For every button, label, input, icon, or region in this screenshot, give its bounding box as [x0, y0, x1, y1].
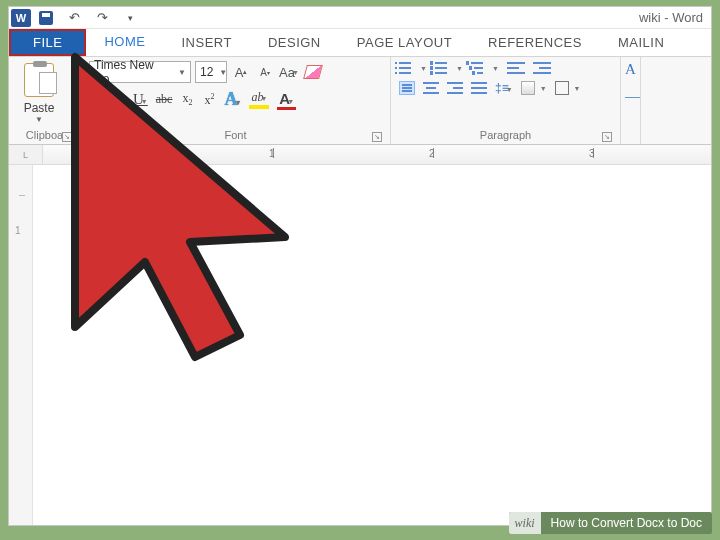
- borders-button[interactable]: [555, 81, 569, 95]
- tab-mailings[interactable]: MAILIN: [600, 29, 682, 56]
- title-bar: W ↶ ↷ ▾ wiki - Word: [9, 7, 711, 29]
- underline-button[interactable]: U▼: [133, 91, 148, 108]
- tab-page-layout[interactable]: PAGE LAYOUT: [339, 29, 470, 56]
- group-clipboard: Paste ▼ Clipboa↘: [9, 57, 81, 144]
- tab-file[interactable]: FILE: [9, 29, 86, 56]
- caption-brand: wiki: [509, 512, 541, 534]
- paste-button[interactable]: Paste ▼: [17, 61, 61, 124]
- vruler-mark: 1: [15, 225, 21, 236]
- ruler-mark: 3: [589, 148, 595, 159]
- indent-marker-icon[interactable]: [123, 147, 133, 154]
- tab-home[interactable]: HOME: [86, 29, 163, 56]
- strikethrough-button[interactable]: abc: [156, 92, 173, 107]
- group-label-font: Font↘: [89, 128, 382, 144]
- tab-design[interactable]: DESIGN: [250, 29, 339, 56]
- tab-selector[interactable]: L: [9, 145, 43, 164]
- word-app-icon: W: [11, 9, 31, 27]
- bold-button[interactable]: B: [89, 91, 103, 108]
- ribbon-tabs: FILE HOME INSERT DESIGN PAGE LAYOUT REFE…: [9, 29, 711, 57]
- dialog-launcher-icon[interactable]: ↘: [62, 132, 72, 142]
- clipboard-icon: [24, 63, 54, 97]
- window-title: wiki - Word: [639, 10, 703, 25]
- group-label-clipboard: Clipboa↘: [17, 128, 72, 144]
- ruler-mark: 2: [429, 148, 435, 159]
- horizontal-ruler[interactable]: L 1 2 3: [9, 145, 711, 165]
- caption-text: How to Convert Docx to Doc: [541, 516, 712, 530]
- chevron-down-icon: ▼: [178, 68, 186, 77]
- tab-references[interactable]: REFERENCES: [470, 29, 600, 56]
- redo-icon[interactable]: ↷: [93, 9, 111, 27]
- subscript-button[interactable]: x2: [180, 91, 194, 107]
- chevron-down-icon: ▼: [219, 68, 227, 77]
- eraser-icon: [303, 65, 323, 79]
- caption-bar: wiki How to Convert Docx to Doc: [509, 512, 712, 534]
- quick-access-toolbar: ↶ ↷ ▾: [37, 9, 139, 27]
- align-right-button[interactable]: [447, 81, 463, 95]
- font-color-button[interactable]: A▼: [277, 90, 296, 110]
- customize-qat-icon[interactable]: ▾: [121, 9, 139, 27]
- dialog-launcher-icon[interactable]: ↘: [372, 132, 382, 142]
- group-paragraph: ▼ ▼ ▼ A↓Z ‡≡▼ ▼ ▼ Paragraph↘: [391, 57, 621, 144]
- document-page[interactable]: [33, 165, 711, 525]
- font-size-combo[interactable]: 12▼: [195, 61, 227, 83]
- vertical-ruler[interactable]: 1: [9, 165, 33, 525]
- ribbon: Paste ▼ Clipboa↘ Times New Ro▼ 12▼ A▴ A▾…: [9, 57, 711, 145]
- multilevel-list-button[interactable]: [471, 61, 487, 75]
- paste-dropdown-icon[interactable]: ▼: [35, 115, 43, 124]
- bullets-button[interactable]: [399, 61, 415, 75]
- dialog-launcher-icon[interactable]: ↘: [602, 132, 612, 142]
- save-icon[interactable]: [37, 9, 55, 27]
- align-left-button[interactable]: [399, 81, 415, 95]
- superscript-button[interactable]: x2: [202, 92, 216, 108]
- align-center-button[interactable]: [423, 81, 439, 95]
- numbering-button[interactable]: [435, 61, 451, 75]
- line-spacing-button[interactable]: ‡≡▼: [495, 81, 513, 95]
- text-effects-button[interactable]: A▼: [224, 89, 241, 110]
- paste-label: Paste: [24, 101, 55, 115]
- increase-indent-button[interactable]: [533, 61, 551, 75]
- clear-formatting-button[interactable]: [303, 62, 323, 82]
- group-styles: A —: [621, 57, 641, 144]
- highlight-button[interactable]: ab▼: [249, 90, 269, 109]
- grow-font-button[interactable]: A▴: [231, 62, 251, 82]
- group-font: Times New Ro▼ 12▼ A▴ A▾ Aa▼ B I U▼ abc x…: [81, 57, 391, 144]
- ruler-mark: 1: [269, 148, 275, 159]
- undo-icon[interactable]: ↶: [65, 9, 83, 27]
- decrease-indent-button[interactable]: [507, 61, 525, 75]
- align-justify-button[interactable]: [471, 81, 487, 95]
- change-case-button[interactable]: Aa▼: [279, 62, 299, 82]
- document-area[interactable]: 1: [9, 165, 711, 525]
- italic-button[interactable]: I: [111, 91, 125, 108]
- group-label-paragraph: Paragraph↘: [399, 128, 612, 144]
- tab-insert[interactable]: INSERT: [163, 29, 249, 56]
- styles-hint[interactable]: A —: [625, 61, 639, 105]
- font-name-combo[interactable]: Times New Ro▼: [89, 61, 191, 83]
- shading-button[interactable]: [521, 81, 535, 95]
- shrink-font-button[interactable]: A▾: [255, 62, 275, 82]
